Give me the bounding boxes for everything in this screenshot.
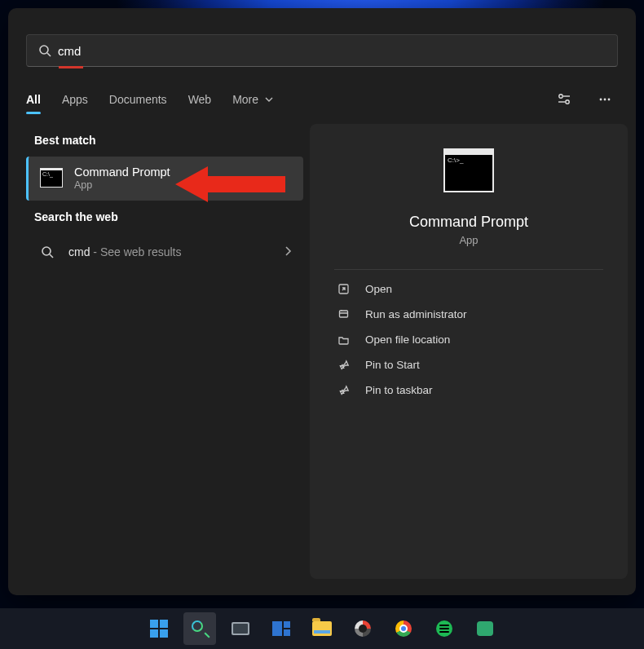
search-icon xyxy=(37,245,57,258)
action-pin-taskbar[interactable]: Pin to taskbar xyxy=(334,377,603,403)
taskbar-task-view-button[interactable] xyxy=(224,612,257,645)
folder-icon xyxy=(336,333,351,346)
widgets-icon xyxy=(272,621,290,636)
filter-icon xyxy=(557,92,571,107)
browser-icon xyxy=(355,620,371,637)
search-bar[interactable] xyxy=(26,34,618,67)
task-view-icon xyxy=(232,622,249,635)
taskbar-start-button[interactable] xyxy=(143,612,175,645)
search-settings-button[interactable] xyxy=(551,86,577,113)
search-bar-container xyxy=(8,8,636,68)
chevron-right-icon xyxy=(284,245,292,259)
svg-point-2 xyxy=(559,95,562,98)
svg-line-1 xyxy=(47,53,51,56)
command-prompt-large-icon xyxy=(443,153,494,192)
divider xyxy=(334,269,603,270)
action-label: Pin to Start xyxy=(365,359,420,371)
tab-documents[interactable]: Documents xyxy=(109,86,167,113)
web-result-query: cmd xyxy=(68,245,90,258)
action-label: Pin to taskbar xyxy=(365,384,433,396)
action-label: Run as administrator xyxy=(365,308,467,320)
tab-all[interactable]: All xyxy=(26,86,41,113)
svg-point-7 xyxy=(604,99,607,101)
preview-title: Command Prompt xyxy=(334,214,603,231)
taskbar xyxy=(0,608,644,649)
pin-icon xyxy=(336,384,351,396)
taskbar-app-music[interactable] xyxy=(428,612,461,645)
taskbar-app-browser-chrome[interactable] xyxy=(387,612,420,645)
folder-icon xyxy=(312,621,332,636)
taskbar-search-button[interactable] xyxy=(183,612,216,645)
results-list: Best match Command Prompt App Search the… xyxy=(16,124,303,579)
ellipsis-icon xyxy=(598,92,612,107)
music-icon xyxy=(436,620,452,637)
action-label: Open xyxy=(365,283,392,295)
tab-apps[interactable]: Apps xyxy=(62,86,88,113)
filter-tabs: All Apps Documents Web More xyxy=(8,68,636,116)
action-label: Open file location xyxy=(365,333,450,346)
result-texts: Command Prompt App xyxy=(74,165,170,192)
svg-point-8 xyxy=(608,99,611,101)
tab-web[interactable]: Web xyxy=(188,86,212,113)
taskbar-file-explorer[interactable] xyxy=(306,612,338,645)
more-options-button[interactable] xyxy=(592,86,618,113)
web-result-suffix: - See web results xyxy=(90,245,181,258)
result-subtitle: App xyxy=(74,179,170,192)
search-icon xyxy=(38,44,51,57)
result-title: Command Prompt xyxy=(74,165,170,179)
action-run-as-admin[interactable]: Run as administrator xyxy=(334,302,603,327)
search-icon xyxy=(192,620,208,637)
search-input[interactable] xyxy=(51,44,609,58)
result-command-prompt[interactable]: Command Prompt App xyxy=(26,157,303,201)
svg-point-9 xyxy=(42,247,51,255)
best-match-header: Best match xyxy=(26,124,303,157)
pin-icon xyxy=(336,359,351,371)
svg-point-6 xyxy=(600,99,602,101)
chat-icon xyxy=(477,621,493,636)
tab-more[interactable]: More xyxy=(232,86,273,113)
web-result-cmd[interactable]: cmd - See web results xyxy=(26,235,303,269)
svg-point-4 xyxy=(566,100,569,104)
action-open-location[interactable]: Open file location xyxy=(334,327,603,352)
web-result-text: cmd - See web results xyxy=(68,245,182,258)
taskbar-widgets-button[interactable] xyxy=(265,612,298,645)
svg-point-0 xyxy=(40,46,48,54)
open-icon xyxy=(336,283,351,295)
preview-pane: Command Prompt App Open Run as administr… xyxy=(310,124,628,579)
preview-subtitle: App xyxy=(334,234,603,246)
start-search-panel: All Apps Documents Web More xyxy=(8,8,636,595)
action-pin-start[interactable]: Pin to Start xyxy=(334,352,603,377)
svg-rect-12 xyxy=(339,311,347,317)
svg-line-10 xyxy=(50,254,53,258)
taskbar-app-browser-generic[interactable] xyxy=(346,612,379,645)
chevron-down-icon xyxy=(265,93,273,106)
chrome-icon xyxy=(395,620,412,637)
taskbar-app-chat[interactable] xyxy=(469,612,501,645)
tab-more-label: More xyxy=(232,93,258,106)
search-web-header: Search the web xyxy=(26,201,303,233)
results-content: Best match Command Prompt App Search the… xyxy=(8,116,636,595)
command-prompt-icon xyxy=(40,170,63,188)
shield-icon xyxy=(336,308,351,320)
action-open[interactable]: Open xyxy=(334,276,603,302)
start-icon xyxy=(150,620,168,638)
